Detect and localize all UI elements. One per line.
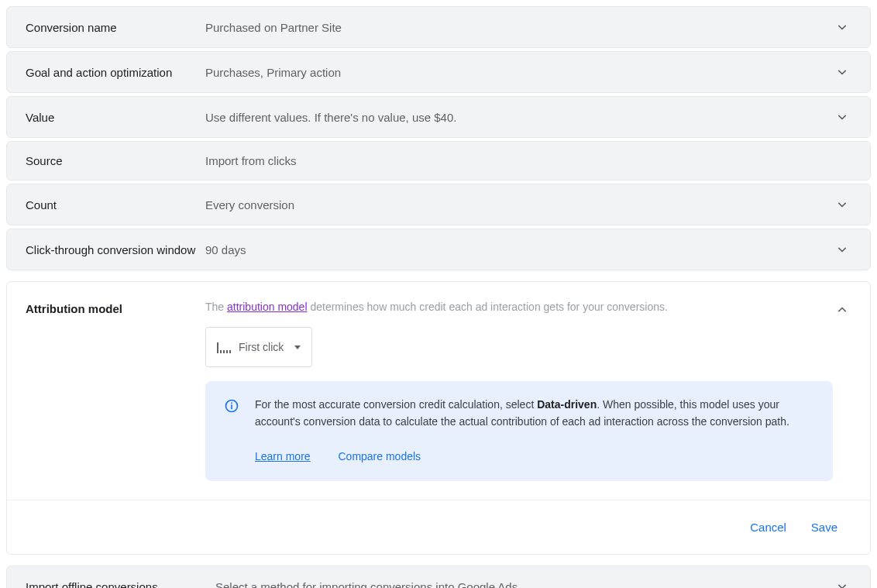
row-value: 90 days <box>205 243 833 256</box>
desc-text: determines how much credit each ad inter… <box>308 301 668 313</box>
dropdown-selected: First click <box>239 341 284 353</box>
attribution-model-dropdown[interactable]: First click <box>205 327 312 367</box>
row-value-setting[interactable]: Value Use different values. If there's n… <box>6 96 871 138</box>
chevron-down-icon <box>833 242 851 257</box>
learn-more-link[interactable]: Learn more <box>255 450 311 462</box>
card-attribution-model: Attribution model The attribution model … <box>6 281 871 555</box>
row-label: Click-through conversion window <box>26 243 205 256</box>
first-click-icon <box>217 341 231 353</box>
row-label: Source <box>26 154 205 167</box>
svg-rect-2 <box>231 402 232 404</box>
save-button[interactable]: Save <box>800 514 848 540</box>
chevron-down-icon <box>833 579 851 588</box>
row-value: Use different values. If there's no valu… <box>205 111 833 124</box>
info-icon <box>224 398 239 416</box>
info-text: For the most accurate conversion credit … <box>255 398 537 411</box>
row-value: Import from clicks <box>205 154 833 167</box>
chevron-down-icon <box>833 64 851 80</box>
row-import-offline[interactable]: Import offline conversions Select a meth… <box>6 566 871 588</box>
row-goal-action[interactable]: Goal and action optimization Purchases, … <box>6 51 871 93</box>
chevron-down-icon <box>833 19 851 35</box>
info-callout: For the most accurate conversion credit … <box>205 381 833 481</box>
chevron-up-icon[interactable] <box>833 301 851 318</box>
row-ctc-window[interactable]: Click-through conversion window 90 days <box>6 229 871 270</box>
row-source: Source Import from clicks <box>6 141 871 181</box>
card-footer: Cancel Save <box>7 500 870 554</box>
row-label: Count <box>26 198 205 211</box>
chevron-down-icon <box>833 197 851 212</box>
caret-down-icon <box>294 346 301 349</box>
attribution-description: The attribution model determines how muc… <box>205 301 833 313</box>
row-label: Conversion name <box>26 21 205 34</box>
row-conversion-name[interactable]: Conversion name Purchased on Partner Sit… <box>6 6 871 48</box>
row-label: Import offline conversions <box>26 580 215 588</box>
row-value: Select a method for importing conversion… <box>215 580 833 588</box>
card-label: Attribution model <box>26 301 205 315</box>
cancel-button[interactable]: Cancel <box>739 514 797 540</box>
row-value: Every conversion <box>205 198 833 211</box>
row-value: Purchased on Partner Site <box>205 21 833 34</box>
compare-models-link[interactable]: Compare models <box>338 450 421 462</box>
attribution-model-link[interactable]: attribution model <box>227 301 308 313</box>
row-count[interactable]: Count Every conversion <box>6 184 871 225</box>
svg-rect-1 <box>231 404 232 409</box>
chevron-down-icon <box>833 109 851 125</box>
row-label: Goal and action optimization <box>26 66 205 79</box>
info-strong: Data-driven <box>537 398 597 411</box>
row-label: Value <box>26 111 205 124</box>
desc-text: The <box>205 301 227 313</box>
row-value: Purchases, Primary action <box>205 66 833 79</box>
